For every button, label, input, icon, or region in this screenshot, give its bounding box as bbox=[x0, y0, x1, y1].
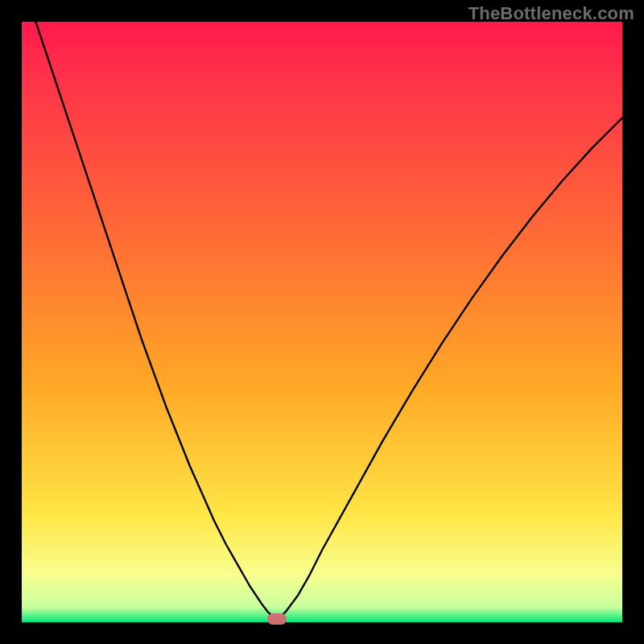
plot-area bbox=[22, 22, 622, 622]
gradient-background bbox=[22, 22, 622, 622]
bottleneck-chart-svg bbox=[22, 22, 622, 622]
optimal-point-marker bbox=[267, 613, 287, 625]
watermark-text: TheBottleneck.com bbox=[469, 3, 634, 24]
chart-frame: TheBottleneck.com bbox=[0, 0, 644, 644]
